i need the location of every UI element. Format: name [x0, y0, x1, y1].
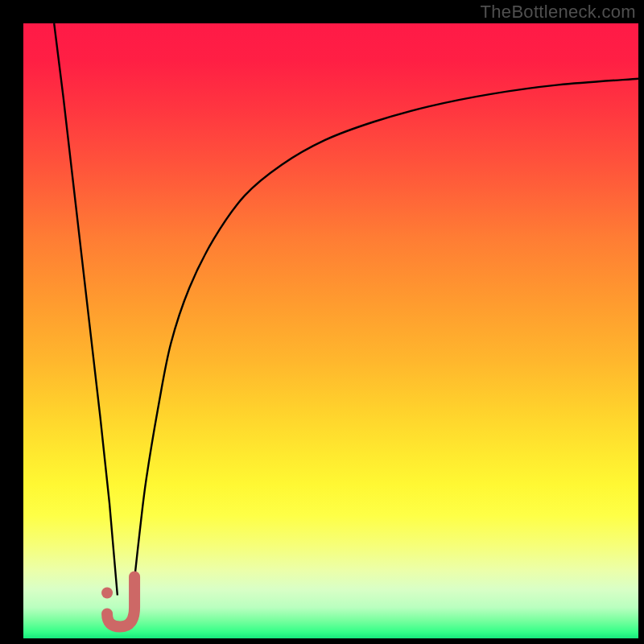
- valley-j-hook: [107, 576, 134, 626]
- plot-area: [23, 23, 638, 638]
- valley-dot: [101, 587, 113, 598]
- chart-container: TheBottleneck.com: [0, 0, 644, 644]
- valley-marker: [101, 576, 134, 626]
- right-branch-line: [131, 79, 638, 614]
- curves-layer: [23, 23, 638, 638]
- left-branch-line: [54, 23, 118, 596]
- watermark-text: TheBottleneck.com: [481, 2, 636, 23]
